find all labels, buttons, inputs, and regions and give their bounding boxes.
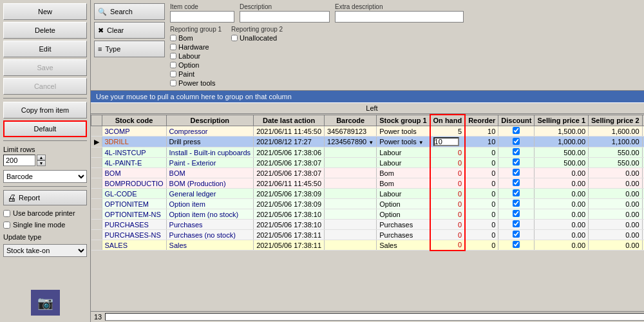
edit-button[interactable]: Edit bbox=[3, 41, 87, 57]
cell-discount[interactable] bbox=[498, 240, 535, 251]
save-button[interactable]: Save bbox=[3, 59, 87, 76]
cell-on-hand[interactable]: 5 bbox=[430, 126, 466, 137]
cb-hardware-input[interactable] bbox=[170, 44, 176, 50]
cell-discount[interactable] bbox=[498, 199, 535, 209]
cell-stock-code: SALES bbox=[102, 240, 166, 251]
cb-option-input[interactable] bbox=[170, 62, 176, 68]
col-reorder[interactable]: Reorder bbox=[465, 115, 498, 126]
copy-from-item-button[interactable]: Copy from item bbox=[3, 102, 87, 118]
cell-description: Option item (no stock) bbox=[166, 209, 254, 220]
discount-checkbox[interactable] bbox=[513, 158, 520, 166]
cell-on-hand[interactable]: 0 bbox=[430, 178, 466, 189]
cb-unallocated-input[interactable] bbox=[231, 35, 238, 41]
cell-discount[interactable] bbox=[498, 220, 535, 230]
table-row[interactable]: BOMPRODUCTIOBOM (Production)2021/06/11 1… bbox=[91, 178, 645, 189]
cell-on-hand[interactable]: 0 bbox=[430, 199, 466, 209]
cell-on-hand[interactable]: 0 bbox=[430, 209, 466, 220]
row-count: 13 bbox=[94, 313, 102, 321]
discount-checkbox[interactable] bbox=[513, 138, 520, 145]
discount-checkbox[interactable] bbox=[513, 189, 520, 196]
barcode-select[interactable]: Barcode bbox=[3, 170, 87, 183]
cell-on-hand[interactable] bbox=[430, 137, 466, 147]
table-row[interactable]: ▶3DRILLDrill press2021/08/12 17:27123456… bbox=[91, 137, 645, 147]
table-row[interactable]: OPTIONITEMOption item2021/05/06 17:38:09… bbox=[91, 199, 645, 209]
cell-on-hand[interactable]: 0 bbox=[430, 230, 466, 240]
cell-discount[interactable] bbox=[498, 168, 535, 178]
cell-on-hand[interactable]: 0 bbox=[430, 168, 466, 178]
report-button[interactable]: 🖨 Report bbox=[3, 190, 87, 205]
main-content: 🔍 Search ✖ Clear ≡ Type Item code bbox=[91, 0, 644, 322]
filter-area: Item code Description Extra description … bbox=[170, 3, 644, 87]
col-selling-price-2[interactable]: Selling price 2 bbox=[589, 115, 643, 126]
cell-on-hand[interactable]: 0 bbox=[430, 220, 466, 230]
cb-power-tools-input[interactable] bbox=[170, 80, 176, 86]
table-row[interactable]: 4L-PAINT-EPaint - Exterior2021/05/06 17:… bbox=[91, 158, 645, 168]
cell-description: Install - Built-in cupboards bbox=[166, 147, 254, 158]
discount-checkbox[interactable] bbox=[513, 231, 520, 238]
barcode-printer-checkbox[interactable] bbox=[3, 210, 10, 217]
new-button[interactable]: New bbox=[3, 3, 87, 20]
discount-checkbox[interactable] bbox=[513, 200, 520, 207]
col-discount[interactable]: Discount bbox=[498, 115, 535, 126]
col-stock-group[interactable]: Stock group 1 bbox=[377, 115, 430, 126]
table-row[interactable]: 4L-INSTCUPInstall - Built-in cupboards20… bbox=[91, 147, 645, 158]
cell-discount[interactable] bbox=[498, 158, 535, 168]
discount-checkbox[interactable] bbox=[513, 179, 520, 186]
col-selling-price-1[interactable]: Selling price 1 bbox=[535, 115, 589, 126]
cell-discount[interactable] bbox=[498, 147, 535, 158]
cell-discount[interactable] bbox=[498, 209, 535, 220]
table-row[interactable]: GL-CODEGeneral ledger2021/05/06 17:38:09… bbox=[91, 189, 645, 199]
discount-checkbox[interactable] bbox=[513, 241, 520, 248]
default-button[interactable]: Default bbox=[3, 120, 87, 137]
discount-checkbox[interactable] bbox=[513, 210, 520, 217]
clear-button[interactable]: ✖ Clear bbox=[94, 22, 165, 39]
cell-price-2: 1,600.00 bbox=[589, 126, 643, 137]
cell-discount[interactable] bbox=[498, 189, 535, 199]
col-on-hand[interactable]: On hand bbox=[430, 115, 466, 126]
cell-reorder: 10 bbox=[465, 137, 498, 147]
type-button[interactable]: ≡ Type bbox=[94, 41, 165, 57]
search-button[interactable]: 🔍 Search bbox=[94, 3, 165, 20]
cb-labour-input[interactable] bbox=[170, 53, 176, 59]
cell-discount[interactable] bbox=[498, 137, 535, 147]
separator-2 bbox=[3, 140, 87, 141]
horizontal-scrollbar[interactable] bbox=[105, 313, 644, 321]
delete-button[interactable]: Delete bbox=[3, 22, 87, 39]
cell-on-hand[interactable]: 0 bbox=[430, 189, 466, 199]
row-indicator bbox=[91, 189, 102, 199]
col-barcode[interactable]: Barcode bbox=[325, 115, 377, 126]
col-date-last-action[interactable]: Date last action bbox=[254, 115, 325, 126]
single-line-checkbox[interactable] bbox=[3, 222, 10, 229]
discount-checkbox[interactable] bbox=[513, 220, 520, 227]
discount-checkbox[interactable] bbox=[513, 148, 520, 155]
col-stock-code[interactable]: Stock code bbox=[102, 115, 166, 126]
table-row[interactable]: PURCHASES-NSPurchases (no stock)2021/05/… bbox=[91, 230, 645, 240]
cb-bom-input[interactable] bbox=[170, 35, 176, 41]
item-code-input[interactable] bbox=[170, 11, 234, 23]
table-row[interactable]: SALESSales2021/05/06 17:38:11Sales000.00… bbox=[91, 240, 645, 251]
table-row[interactable]: OPTIONITEM-NSOption item (no stock)2021/… bbox=[91, 209, 645, 220]
cell-discount[interactable] bbox=[498, 178, 535, 189]
table-row[interactable]: BOMBOM2021/05/06 17:38:07Bom000.000.00 bbox=[91, 168, 645, 178]
discount-checkbox[interactable] bbox=[513, 169, 520, 176]
description-input[interactable] bbox=[240, 11, 330, 23]
on-hand-edit-input[interactable] bbox=[433, 137, 459, 146]
cell-discount[interactable] bbox=[498, 126, 535, 137]
spin-down[interactable]: ▼ bbox=[37, 160, 46, 166]
table-wrapper[interactable]: Stock code Description Date last action … bbox=[91, 114, 644, 311]
cell-on-hand[interactable]: 0 bbox=[430, 240, 466, 251]
limit-rows-input[interactable]: 200 bbox=[3, 155, 35, 166]
update-type-select[interactable]: Stock take-on bbox=[3, 244, 87, 257]
discount-checkbox[interactable] bbox=[513, 127, 520, 134]
extra-description-input[interactable] bbox=[335, 11, 464, 23]
spin-up[interactable]: ▲ bbox=[37, 155, 46, 160]
table-row[interactable]: 3COMPCompressor2021/06/11 11:45:50345678… bbox=[91, 126, 645, 137]
cancel-button[interactable]: Cancel bbox=[3, 78, 87, 95]
cb-paint-input[interactable] bbox=[170, 71, 176, 77]
cell-discount[interactable] bbox=[498, 230, 535, 240]
cell-description: BOM bbox=[166, 168, 254, 178]
table-row[interactable]: PURCHASESPurchases2021/05/06 17:38:10Pur… bbox=[91, 220, 645, 230]
cell-on-hand[interactable]: 0 bbox=[430, 147, 466, 158]
cell-on-hand[interactable]: 0 bbox=[430, 158, 466, 168]
col-description[interactable]: Description bbox=[166, 115, 254, 126]
